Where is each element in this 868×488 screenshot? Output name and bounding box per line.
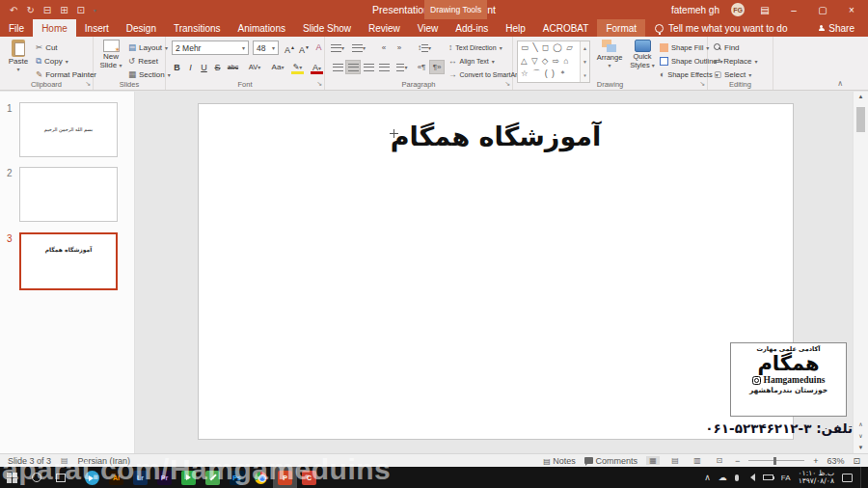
align-center-button[interactable]: [345, 60, 361, 74]
increase-indent-icon[interactable]: »: [392, 41, 407, 55]
comments-button[interactable]: Comments: [584, 456, 637, 466]
tell-me-box[interactable]: Tell me what you want to do: [655, 19, 787, 37]
columns-button[interactable]: ▾: [394, 60, 410, 74]
quick-styles-button[interactable]: Quick Styles ▾: [629, 40, 656, 70]
cut-button[interactable]: ✂Cut: [36, 41, 58, 53]
shapes-gallery-scrollbar[interactable]: ▲▼▾: [580, 41, 589, 82]
avatar[interactable]: FG: [731, 3, 745, 16]
slide-thumbnail-2[interactable]: [19, 167, 118, 222]
collapse-ribbon-icon[interactable]: ∧: [837, 79, 843, 88]
tab-format[interactable]: Format: [597, 19, 645, 37]
minimize-icon[interactable]: –: [785, 5, 802, 15]
increase-font-size-button[interactable]: A▲: [284, 41, 296, 54]
fit-to-window-icon[interactable]: ⊡: [853, 456, 860, 466]
slide-thumbnail-3[interactable]: آموزشگاه همگام: [19, 232, 118, 290]
tab-file[interactable]: File: [0, 19, 33, 37]
undo-icon[interactable]: ↶: [10, 5, 17, 15]
tab-acrobat[interactable]: ACROBAT: [534, 19, 598, 37]
select-button[interactable]: ▢Select▾: [714, 68, 751, 80]
tab-view[interactable]: View: [409, 19, 448, 37]
font-size-combobox[interactable]: 48▾: [253, 41, 279, 55]
shapes-gallery[interactable]: ▭ ╲ ◻ ◯ ▱ △ ▽ ◇ ⇨ ⌂ ☆ ⌒ ( ) ＊ ▲▼▾: [517, 41, 590, 83]
tab-slide-show[interactable]: Slide Show: [294, 19, 360, 37]
tab-add-ins[interactable]: Add-ins: [447, 19, 497, 37]
maximize-icon[interactable]: ▢: [814, 5, 831, 15]
replace-button[interactable]: ⇄Replace▾: [714, 55, 758, 67]
strikethrough-button[interactable]: S: [211, 61, 224, 74]
close-icon[interactable]: ×: [843, 5, 860, 15]
show-desktop-button[interactable]: [860, 467, 864, 488]
microphone-icon[interactable]: [735, 474, 739, 481]
tray-chevron-icon[interactable]: ∧: [704, 473, 711, 482]
layout-button[interactable]: ▤Layout▾: [128, 41, 168, 53]
cortana-search-button[interactable]: [24, 467, 48, 488]
zoom-slider-thumb[interactable]: [773, 457, 776, 465]
justify-button[interactable]: [376, 60, 392, 74]
task-view-button[interactable]: [48, 467, 72, 488]
clipboard-dialog-launcher-icon[interactable]: ↘: [85, 80, 91, 88]
notes-button[interactable]: ▤ Notes: [543, 456, 576, 466]
customize-qat-icon[interactable]: ▾: [94, 7, 96, 14]
shape-fill-button[interactable]: Shape Fill▾: [660, 41, 709, 53]
arrange-button[interactable]: Arrange ▾: [594, 40, 625, 68]
reset-button[interactable]: ↺Reset: [128, 55, 158, 67]
slide-counter[interactable]: Slide 3 of 3: [8, 456, 51, 466]
tab-design[interactable]: Design: [118, 19, 165, 37]
align-right-button[interactable]: [361, 60, 376, 74]
user-name[interactable]: fatemeh gh: [671, 5, 719, 15]
previous-slide-icon[interactable]: ∧: [854, 420, 868, 430]
tab-animations[interactable]: Animations: [230, 19, 294, 37]
decrease-font-size-button[interactable]: A▼: [298, 41, 311, 54]
vertical-scrollbar[interactable]: ▲ ∧ ∨ ▼: [853, 92, 868, 453]
tab-help[interactable]: Help: [497, 19, 534, 37]
language-indicator[interactable]: Persian (Iran): [78, 456, 131, 466]
onedrive-cloud-icon[interactable]: ☁: [719, 473, 727, 482]
tab-home[interactable]: Home: [33, 19, 76, 37]
font-color-button[interactable]: A▾: [311, 61, 323, 74]
highlight-color-button[interactable]: ✎▾: [291, 61, 304, 74]
zoom-level[interactable]: 63%: [827, 456, 844, 466]
premiere-app-button[interactable]: Pr: [152, 467, 176, 488]
decrease-indent-icon[interactable]: «: [376, 41, 392, 55]
clock[interactable]: ۰۱:۱۰ ب.ظ ۱۳۹۷/۰۸/۰۸: [799, 470, 834, 486]
tab-transitions[interactable]: Transitions: [165, 19, 230, 37]
right-to-left-button[interactable]: ¶»: [429, 60, 445, 74]
copy-button[interactable]: ⧉Copy▾: [36, 55, 68, 67]
bullets-button[interactable]: ▾: [330, 41, 345, 55]
slide-title-text[interactable]: آموزشگاه همگام: [199, 122, 793, 151]
paste-button[interactable]: Paste ▾: [5, 40, 32, 72]
zoom-in-icon[interactable]: +: [813, 456, 818, 466]
start-button[interactable]: [0, 467, 24, 488]
speaker-icon[interactable]: [746, 474, 755, 481]
drawing-dialog-launcher-icon[interactable]: ↘: [699, 80, 705, 88]
change-case-button[interactable]: Aa▾: [268, 61, 287, 74]
scroll-up-icon[interactable]: ▲: [854, 92, 868, 102]
underline-button[interactable]: U: [198, 61, 210, 74]
scrollbar-thumb[interactable]: [856, 107, 865, 132]
italic-button[interactable]: I: [184, 61, 197, 74]
left-to-right-button[interactable]: «¶: [414, 60, 429, 74]
format-painter-button[interactable]: ✎Format Painter: [36, 68, 96, 80]
lightroom-app-button[interactable]: Lr: [128, 467, 152, 488]
green-video-app-button[interactable]: [176, 467, 201, 488]
numbering-button[interactable]: ▾: [351, 41, 366, 55]
share-button[interactable]: Share: [818, 19, 868, 37]
battery-icon[interactable]: [763, 474, 773, 480]
reading-view-icon[interactable]: ▥: [691, 456, 704, 465]
find-button[interactable]: Find: [714, 41, 740, 53]
align-left-button[interactable]: [330, 60, 345, 74]
clear-formatting-button[interactable]: A: [312, 41, 325, 54]
photoshop-app-button[interactable]: Ps: [225, 467, 249, 488]
line-spacing-button[interactable]: ↕▾: [414, 41, 435, 55]
font-name-combobox[interactable]: 2 Mehr▾: [172, 41, 249, 55]
zoom-slider[interactable]: [748, 460, 804, 461]
zoom-out-icon[interactable]: −: [735, 456, 740, 466]
print-icon[interactable]: ⊟: [43, 5, 51, 15]
red-c-app-button[interactable]: C: [297, 467, 321, 488]
bold-button[interactable]: B: [171, 61, 183, 74]
text-shadow-button[interactable]: abc: [225, 61, 241, 74]
chrome-app-button[interactable]: [249, 467, 273, 488]
action-center-icon[interactable]: [842, 474, 853, 482]
powerpoint-app-button[interactable]: P: [273, 467, 297, 488]
ribbon-display-options-icon[interactable]: ▤: [756, 5, 773, 15]
